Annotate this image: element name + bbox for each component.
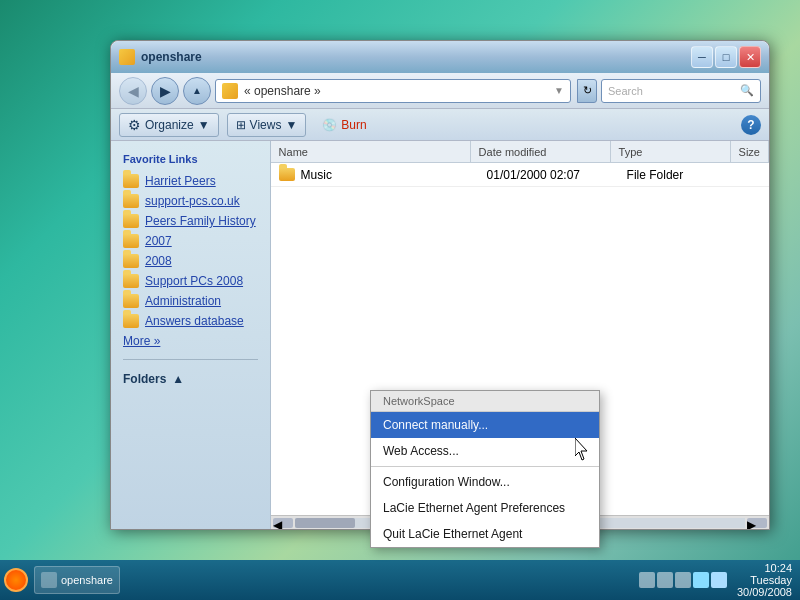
taskbar-explorer-icon [41, 572, 57, 588]
clock-day: Tuesday [737, 574, 792, 586]
sidebar-item-2007[interactable]: 2007 [111, 231, 270, 251]
col-name[interactable]: Name [271, 141, 471, 162]
scroll-thumb[interactable] [295, 518, 355, 528]
refresh-button[interactable]: ↻ [577, 79, 597, 103]
address-folder-icon [222, 83, 238, 99]
sidebar-item-label: support-pcs.co.uk [145, 194, 240, 208]
taskbar-item-label: openshare [61, 574, 113, 586]
folders-label: Folders [123, 372, 166, 386]
folder-icon [123, 294, 139, 308]
sidebar-item-label: Peers Family History [145, 214, 256, 228]
context-menu: NetworkSpace Connect manually... Web Acc… [370, 390, 600, 548]
context-menu-item-web[interactable]: Web Access... [371, 438, 599, 464]
organize-label: Organize [145, 118, 194, 132]
table-row[interactable]: Music 01/01/2000 02:07 File Folder [271, 163, 769, 187]
tray-icon-3[interactable] [675, 572, 691, 588]
views-button[interactable]: ⊞ Views ▼ [227, 113, 307, 137]
scroll-right-arrow[interactable]: ▶ [747, 518, 767, 528]
system-tray [635, 572, 731, 588]
folder-icon [123, 274, 139, 288]
tray-icon-1[interactable] [639, 572, 655, 588]
titlebar-left: openshare [119, 49, 202, 65]
titlebar: openshare ─ □ ✕ [111, 41, 769, 73]
tray-icon-volume[interactable] [711, 572, 727, 588]
folder-icon [123, 314, 139, 328]
help-button[interactable]: ? [741, 115, 761, 135]
burn-icon: 💿 [322, 118, 337, 132]
col-size[interactable]: Size [731, 141, 769, 162]
window-icon [119, 49, 135, 65]
clock-time: 10:24 [737, 562, 792, 574]
search-bar[interactable]: Search 🔍 [601, 79, 761, 103]
context-menu-item-connect[interactable]: Connect manually... [371, 412, 599, 438]
clock: 10:24 Tuesday 30/09/2008 [733, 562, 796, 598]
back-button[interactable]: ◀ [119, 77, 147, 105]
file-folder-icon [279, 168, 295, 181]
start-button[interactable] [4, 568, 28, 592]
file-name-cell: Music [279, 168, 479, 182]
organize-button[interactable]: ⚙ Organize ▼ [119, 113, 219, 137]
sidebar-divider [123, 359, 258, 360]
col-type[interactable]: Type [611, 141, 731, 162]
window-controls: ─ □ ✕ [691, 46, 761, 68]
favorite-links-title: Favorite Links [111, 149, 270, 169]
file-type: File Folder [619, 168, 739, 182]
views-arrow: ▼ [285, 118, 297, 132]
sidebar-item-peers-history[interactable]: Peers Family History [111, 211, 270, 231]
context-menu-separator [371, 466, 599, 467]
folder-icon [123, 214, 139, 228]
sidebar: Favorite Links Harriet Peers support-pcs… [111, 141, 271, 529]
sidebar-item-label: Support PCs 2008 [145, 274, 243, 288]
sidebar-item-label: Answers database [145, 314, 244, 328]
forward-button[interactable]: ▶ [151, 77, 179, 105]
folder-icon [123, 234, 139, 248]
tray-icon-2[interactable] [657, 572, 673, 588]
taskbar: openshare 10:24 Tuesday 30/09/2008 [0, 560, 800, 600]
views-label: Views [250, 118, 282, 132]
sidebar-item-2008[interactable]: 2008 [111, 251, 270, 271]
scroll-left-arrow[interactable]: ◀ [273, 518, 293, 528]
maximize-button[interactable]: □ [715, 46, 737, 68]
window-title: openshare [141, 50, 202, 64]
sidebar-item-label: 2007 [145, 234, 172, 248]
col-date[interactable]: Date modified [471, 141, 611, 162]
views-icon: ⊞ [236, 118, 246, 132]
sidebar-item-support-pcs[interactable]: Support PCs 2008 [111, 271, 270, 291]
up-button[interactable]: ▲ [183, 77, 211, 105]
sidebar-item-harriet[interactable]: Harriet Peers [111, 171, 270, 191]
folders-toggle[interactable]: Folders ▲ [111, 368, 270, 390]
sidebar-item-administration[interactable]: Administration [111, 291, 270, 311]
search-placeholder: Search [608, 85, 643, 97]
context-menu-item-preferences[interactable]: LaCie Ethernet Agent Preferences [371, 495, 599, 521]
sidebar-more[interactable]: More » [111, 331, 270, 351]
address-toolbar: ◀ ▶ ▲ « openshare » ▼ ↻ Search 🔍 [111, 73, 769, 109]
close-button[interactable]: ✕ [739, 46, 761, 68]
sidebar-item-label: Harriet Peers [145, 174, 216, 188]
sidebar-item-label: Administration [145, 294, 221, 308]
folder-icon [123, 174, 139, 188]
clock-date: 30/09/2008 [737, 586, 792, 598]
organize-icon: ⚙ [128, 117, 141, 133]
file-date: 01/01/2000 02:07 [479, 168, 619, 182]
desktop: openshare ─ □ ✕ ◀ ▶ ▲ « openshare » ▼ ↻ … [0, 0, 800, 600]
burn-label: Burn [341, 118, 366, 132]
minimize-button[interactable]: ─ [691, 46, 713, 68]
sidebar-item-answers[interactable]: Answers database [111, 311, 270, 331]
address-bar[interactable]: « openshare » ▼ [215, 79, 571, 103]
more-label: More » [123, 334, 160, 348]
folder-icon [123, 254, 139, 268]
main-toolbar: ⚙ Organize ▼ ⊞ Views ▼ 💿 Burn ? [111, 109, 769, 141]
tray-icon-network[interactable] [693, 572, 709, 588]
help-label: ? [747, 118, 754, 132]
organize-arrow: ▼ [198, 118, 210, 132]
taskbar-item-explorer[interactable]: openshare [34, 566, 120, 594]
taskbar-items: openshare [30, 566, 633, 594]
burn-button[interactable]: 💿 Burn [314, 113, 374, 137]
file-name: Music [301, 168, 332, 182]
folder-icon [123, 194, 139, 208]
file-list-header: Name Date modified Type Size [271, 141, 769, 163]
sidebar-item-support[interactable]: support-pcs.co.uk [111, 191, 270, 211]
sidebar-item-label: 2008 [145, 254, 172, 268]
context-menu-item-config[interactable]: Configuration Window... [371, 469, 599, 495]
context-menu-item-quit[interactable]: Quit LaCie Ethernet Agent [371, 521, 599, 547]
